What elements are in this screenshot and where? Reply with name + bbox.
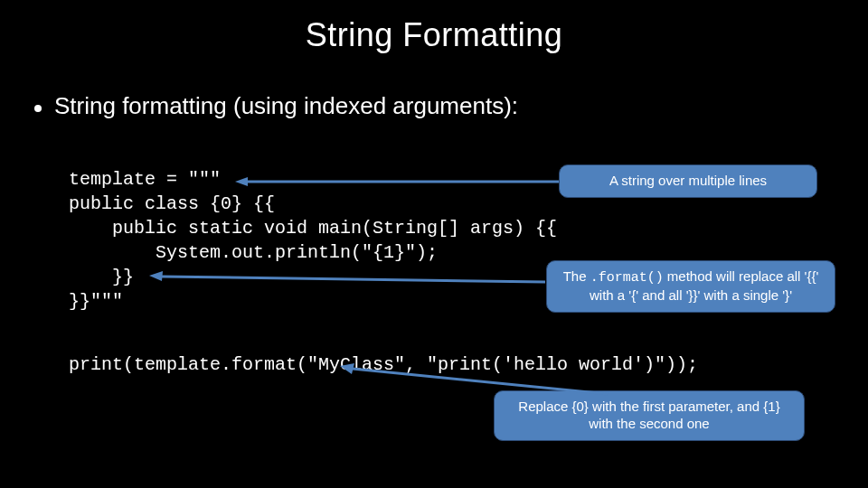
- code-block: template = """ public class {0} {{ publi…: [69, 167, 557, 314]
- bullet-dot-icon: [34, 105, 42, 112]
- arrow-icon: [340, 365, 611, 398]
- svg-marker-5: [340, 363, 354, 374]
- code-line: }}""": [69, 291, 123, 312]
- svg-marker-1: [235, 177, 248, 186]
- callout-text-pre: The: [563, 268, 590, 284]
- code-line: public static void main(String[] args) {…: [69, 218, 557, 239]
- callout-text-mono: .format(): [590, 270, 664, 286]
- code-line: System.out.println("{1}");: [69, 242, 438, 263]
- code-line: }}: [69, 267, 134, 287]
- code-line: template = """: [69, 169, 221, 190]
- bullet-item: String formatting (using indexed argumen…: [34, 92, 868, 120]
- callout-indexed-params: Replace {0} with the first parameter, an…: [494, 390, 805, 441]
- arrow-icon: [235, 177, 561, 186]
- svg-marker-3: [149, 271, 163, 281]
- slide-title: String Formatting: [0, 16, 868, 54]
- svg-line-4: [353, 369, 608, 394]
- svg-line-2: [162, 277, 545, 282]
- callout-multiline-string: A string over multiple lines: [559, 164, 817, 198]
- callout-text: A string over multiple lines: [609, 173, 767, 188]
- callout-text: Replace {0} with the first parameter, an…: [518, 399, 779, 431]
- bullet-text: String formatting (using indexed argumen…: [54, 92, 518, 120]
- callout-format-escape: The .format() method will replace all '{…: [546, 260, 835, 313]
- code-line: public class {0} {{: [69, 193, 275, 214]
- arrow-icon: [149, 271, 547, 289]
